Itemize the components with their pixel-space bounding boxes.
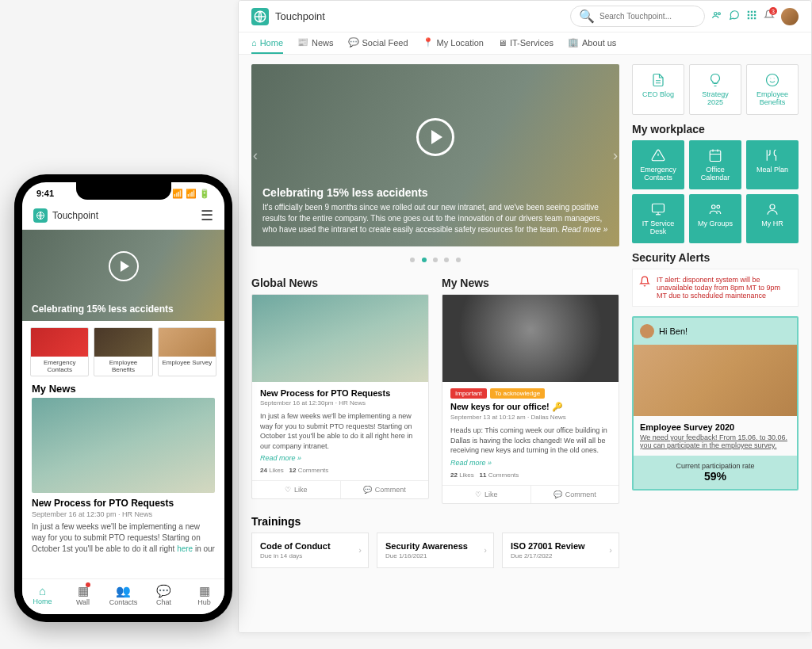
search-input[interactable]	[599, 12, 700, 21]
tab-home[interactable]: ⌂Home	[22, 584, 63, 606]
phone-tile-survey[interactable]: Employee Survey	[158, 327, 216, 376]
carousel-dot[interactable]	[433, 258, 438, 262]
comment-icon: 💬	[553, 491, 562, 498]
like-button[interactable]: ♡Like	[442, 486, 531, 503]
carousel-dot[interactable]	[444, 258, 449, 262]
comment-button[interactable]: 💬Comment	[531, 486, 619, 503]
tab-contacts[interactable]: 👥Contacts	[103, 584, 144, 606]
carousel-dots	[251, 251, 619, 265]
nav-about-us[interactable]: 🏢About us	[568, 37, 616, 54]
phone-tabbar: ⌂Home ▦Wall 👥Contacts 💬Chat ▦Hub	[22, 578, 224, 614]
svg-point-2	[718, 13, 720, 15]
news-card: Important To acknowledge New keys for ou…	[442, 294, 619, 504]
training-title: ISO 27001 Review	[511, 541, 611, 551]
workplace-groups[interactable]: My Groups	[689, 194, 741, 243]
training-card[interactable]: ISO 27001 Review Due 2/17/2022 ›	[502, 533, 619, 568]
hamburger-icon[interactable]: ☰	[201, 207, 213, 224]
play-icon[interactable]	[109, 251, 139, 281]
top-bar-right: 🔍 3	[570, 6, 799, 27]
survey-title: Employee Survey 2020	[640, 422, 791, 432]
nav-social-feed[interactable]: 💬Social Feed	[348, 37, 408, 54]
notification-badge: 3	[769, 7, 777, 15]
news-text: In just a few weeks we'll be implementin…	[260, 411, 420, 451]
phone-mockup: 9:41 📶 📶 🔋 Touchpoint ☰ Celebrating 15% …	[14, 174, 232, 622]
svg-point-28	[770, 204, 775, 209]
quicklink-ceo-blog[interactable]: CEO Blog	[632, 64, 684, 115]
apps-icon[interactable]	[746, 10, 757, 23]
training-card[interactable]: Security Awareness Due 1/16/2021 ›	[377, 533, 494, 568]
tab-hub[interactable]: ▦Hub	[184, 584, 224, 606]
quicklink-benefits[interactable]: Employee Benefits	[746, 64, 799, 115]
phone-status-icons: 📶 📶 🔋	[172, 189, 210, 199]
training-due: Due in 14 days	[260, 552, 360, 559]
contacts-icon: 👥	[103, 584, 144, 598]
avatar[interactable]	[781, 8, 799, 25]
workplace-meal[interactable]: Meal Plan	[746, 140, 799, 189]
carousel-dot[interactable]	[422, 258, 427, 262]
bell-icon	[639, 276, 650, 288]
phone-tile-emergency[interactable]: Emergency Contacts	[30, 327, 89, 376]
svg-point-26	[712, 205, 716, 209]
smile-icon	[765, 73, 779, 87]
hero-carousel[interactable]: ‹ › Celebrating 15% less accidents It's …	[251, 64, 619, 246]
here-link[interactable]: here	[177, 544, 193, 553]
hub-icon: ▦	[184, 584, 224, 598]
brand-name: Touchpoint	[275, 10, 325, 22]
carousel-dot[interactable]	[410, 258, 415, 262]
survey-image	[634, 345, 797, 416]
workplace-it[interactable]: IT Service Desk	[632, 194, 684, 243]
search-box[interactable]: 🔍	[570, 6, 705, 27]
carousel-next-icon[interactable]: ›	[613, 147, 618, 164]
chat-icon[interactable]	[729, 10, 740, 23]
workplace-hr[interactable]: My HR	[746, 194, 799, 243]
tab-wall[interactable]: ▦Wall	[63, 584, 103, 606]
nav-it-services[interactable]: 🖥IT-Services	[498, 37, 553, 54]
phone-news-image	[32, 398, 215, 493]
survey-rate: 59%	[640, 470, 791, 483]
alert-icon	[651, 148, 665, 162]
news-image	[252, 295, 428, 382]
news-title: New keys for our office! 🔑	[450, 402, 611, 412]
tag-important: Important	[450, 388, 487, 399]
comment-button[interactable]: 💬Comment	[341, 481, 429, 498]
quicklink-strategy[interactable]: Strategy 2025	[689, 64, 741, 115]
notifications-icon[interactable]: 3	[764, 10, 775, 23]
workplace-calendar[interactable]: Office Calendar	[689, 140, 741, 189]
main-column: ‹ › Celebrating 15% less accidents It's …	[251, 64, 619, 568]
group-icon[interactable]	[711, 10, 722, 23]
phone-tile-benefits[interactable]: Employee Benefits	[94, 327, 152, 376]
survey-desc[interactable]: We need your feedback! From 15.06. to 30…	[640, 433, 791, 449]
alert-text: IT alert: disponent system will be unava…	[657, 276, 791, 300]
like-button[interactable]: ♡Like	[252, 481, 341, 498]
desktop-app: Touchpoint 🔍 3 ⌂Home 📰News	[238, 0, 812, 633]
news-meta: September 13 at 10:12 am · Dallas News	[450, 414, 611, 421]
training-card[interactable]: Code of Conduct Due in 14 days ›	[251, 533, 369, 568]
play-icon[interactable]	[416, 118, 454, 156]
avatar	[640, 324, 654, 338]
svg-rect-19	[710, 151, 721, 162]
workplace-emergency[interactable]: Emergency Contacts	[632, 140, 684, 189]
carousel-dot[interactable]	[456, 258, 461, 262]
read-more-link[interactable]: Read more »	[260, 454, 420, 462]
carousel-prev-icon[interactable]: ‹	[253, 147, 258, 164]
nav-home[interactable]: ⌂Home	[251, 37, 283, 54]
nav-bar: ⌂Home 📰News 💬Social Feed 📍My Location 🖥I…	[239, 32, 811, 55]
phone-news-text: In just a few weeks we'll be implementin…	[32, 521, 215, 555]
nav-news[interactable]: 📰News	[297, 37, 334, 54]
tab-chat[interactable]: 💬Chat	[144, 584, 184, 606]
security-alert: IT alert: disponent system will be unava…	[632, 269, 799, 307]
nav-my-location[interactable]: 📍My Location	[423, 37, 484, 54]
home-icon: ⌂	[22, 584, 63, 597]
global-news-title: Global News	[251, 277, 429, 289]
heart-icon: ♡	[285, 486, 291, 494]
read-more-link[interactable]: Read more »	[450, 459, 611, 467]
phone-hero[interactable]: Celebrating 15% less accidents	[22, 230, 224, 321]
news-meta: September 16 at 12:30pm · HR News	[260, 399, 420, 407]
svg-rect-9	[748, 17, 749, 19]
training-due: Due 2/17/2022	[511, 552, 611, 559]
svg-point-14	[767, 74, 779, 86]
person-icon	[765, 202, 779, 216]
news-stats: 24 Likes 12 Comments	[260, 467, 420, 474]
hero-read-more[interactable]: Read more »	[561, 225, 607, 234]
svg-rect-3	[748, 11, 749, 13]
